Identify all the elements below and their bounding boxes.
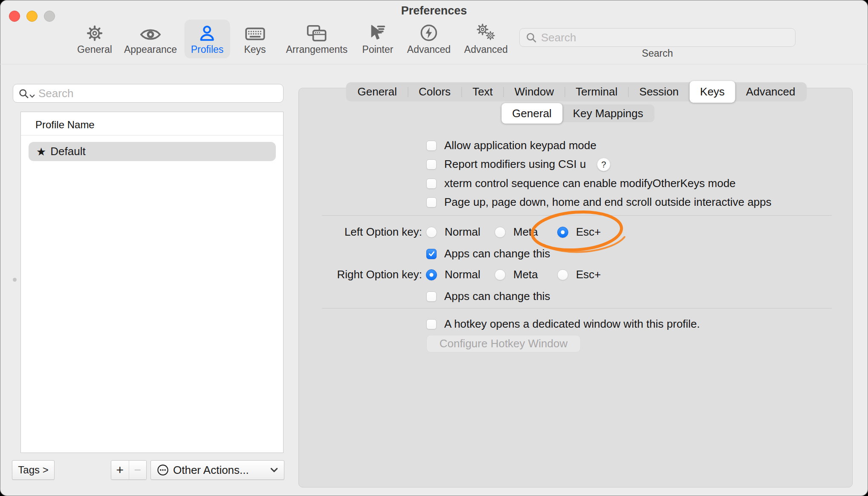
toolbar-divider [0, 64, 868, 64]
tab-label: Colors [419, 85, 451, 98]
profile-search-input[interactable] [38, 87, 278, 100]
search-icon [526, 32, 537, 43]
radio-label: Meta [513, 268, 538, 281]
window-edge-dot [13, 278, 17, 282]
tab-keys[interactable]: Keys [689, 81, 735, 103]
toolbar-item-arrangements[interactable]: Arrangements [280, 20, 354, 58]
radio-label: Meta [513, 225, 538, 239]
row-hotkey: A hotkey opens a dedicated window with t… [426, 317, 700, 331]
tab-terminal[interactable]: Terminal [565, 82, 628, 101]
gear-icon [86, 23, 104, 42]
configure-hotkey-window-button[interactable]: Configure Hotkey Window [426, 335, 581, 352]
section-divider [322, 308, 832, 309]
ellipsis-circle-icon [157, 464, 169, 476]
radio-icon[interactable] [426, 227, 437, 238]
toolbar-label: Advanced [407, 44, 451, 55]
checkbox-keypad-mode[interactable] [426, 141, 437, 151]
radio-icon[interactable] [495, 227, 506, 238]
profile-list-header: Profile Name [35, 119, 95, 131]
checkbox-hotkey[interactable] [426, 319, 437, 329]
radio-label: Normal [445, 268, 480, 281]
radio-icon[interactable] [426, 269, 437, 280]
checkbox-apps-change-right[interactable] [426, 291, 437, 302]
add-profile-button[interactable]: + [111, 461, 129, 479]
section-divider [322, 215, 832, 216]
toolbar-label: General [77, 44, 112, 55]
checkbox-apps-change-left[interactable] [426, 249, 437, 259]
header-divider [21, 135, 283, 136]
row-keypad-mode: Allow application keypad mode [426, 139, 596, 152]
toolbar-label: Pointer [362, 44, 393, 55]
toolbar-item-appearance[interactable]: Appearance [118, 20, 183, 58]
toolbar-item-pointer[interactable]: Pointer [356, 20, 400, 58]
radio-left-normal[interactable]: Normal [426, 225, 480, 239]
radio-icon[interactable] [557, 269, 568, 280]
tab-session[interactable]: Session [629, 82, 690, 101]
row-apps-change-left: Apps can change this [426, 247, 550, 260]
checkbox-page-scroll[interactable] [426, 197, 437, 208]
toolbar-search-input[interactable] [541, 31, 789, 44]
tab-general[interactable]: General [347, 82, 408, 101]
tab-advanced[interactable]: Advanced [735, 82, 806, 101]
search-menu-icon[interactable] [18, 88, 35, 99]
row-page-scroll: Page up, page down, home and end scroll … [426, 196, 772, 209]
bolt-circle-icon [420, 23, 438, 42]
checkbox-label: Apps can change this [444, 290, 550, 303]
profile-name: Default [50, 145, 85, 158]
radio-right-normal[interactable]: Normal [426, 268, 480, 281]
tab-text[interactable]: Text [462, 82, 503, 101]
checkbox-label: Page up, page down, home and end scroll … [444, 196, 772, 209]
tab-window[interactable]: Window [504, 82, 564, 101]
toolbar-label: Profiles [191, 44, 224, 55]
radio-icon[interactable] [495, 269, 506, 280]
tab-label: Advanced [746, 85, 796, 98]
radio-right-esc[interactable]: Esc+ [557, 268, 601, 281]
subtab-label: Key Mappings [573, 107, 643, 120]
toolbar-label: Keys [244, 44, 266, 55]
remove-profile-button[interactable]: − [129, 461, 147, 479]
row-modify-other-keys: xterm control sequence can enable modify… [426, 177, 736, 190]
tags-button[interactable]: Tags > [12, 460, 55, 480]
subtab-key-mappings[interactable]: Key Mappings [562, 104, 654, 122]
window-title: Preferences [0, 4, 868, 17]
row-apps-change-right: Apps can change this [426, 290, 550, 303]
subtab-label: General [512, 107, 552, 120]
right-option-key-label: Right Option key: [298, 268, 422, 281]
toolbar-item-general[interactable]: General [71, 20, 119, 58]
toolbar-search-field[interactable] [519, 28, 796, 47]
toolbar-item-profiles[interactable]: Profiles [185, 20, 230, 58]
toolbar-item-shortcuts[interactable]: Advanced [401, 20, 457, 58]
toolbar-item-keys[interactable]: Keys [237, 20, 272, 58]
checkbox-modify-other-keys[interactable] [426, 179, 437, 189]
radio-right-meta[interactable]: Meta [495, 268, 538, 281]
profile-search-field[interactable] [13, 84, 284, 103]
profile-row-default[interactable]: ★ Default [29, 142, 276, 161]
tab-label: General [357, 85, 397, 98]
toolbar-search-caption: Search [519, 48, 796, 59]
toolbar-item-advanced[interactable]: Advanced [458, 20, 514, 58]
cursor-icon [369, 23, 387, 42]
toolbar-label: Advanced [464, 44, 508, 55]
checkbox-label: xterm control sequence can enable modify… [444, 177, 736, 190]
other-actions-dropdown[interactable]: Other Actions... [150, 460, 284, 480]
row-csi-u: Report modifiers using CSI u [426, 158, 586, 171]
radio-left-meta[interactable]: Meta [495, 225, 538, 239]
keys-subtab-bar: General Key Mappings [501, 104, 654, 122]
checkbox-csi-u[interactable] [426, 159, 437, 170]
tab-label: Text [472, 85, 493, 98]
help-button[interactable]: ? [597, 158, 610, 171]
tab-label: Terminal [576, 85, 617, 98]
radio-left-esc[interactable]: Esc+ [557, 225, 601, 239]
tab-label: Keys [700, 85, 725, 98]
preferences-window: Preferences General Appearance Profiles … [0, 0, 868, 496]
radio-label: Esc+ [576, 268, 601, 281]
radio-label: Esc+ [576, 225, 601, 239]
profile-list: Profile Name ★ Default [20, 112, 284, 453]
radio-icon[interactable] [557, 227, 568, 238]
other-actions-label: Other Actions... [173, 464, 249, 477]
tab-colors[interactable]: Colors [408, 82, 461, 101]
radio-label: Normal [445, 225, 480, 239]
tab-label: Session [639, 85, 679, 98]
eye-icon [140, 23, 161, 42]
subtab-general[interactable]: General [501, 103, 562, 124]
